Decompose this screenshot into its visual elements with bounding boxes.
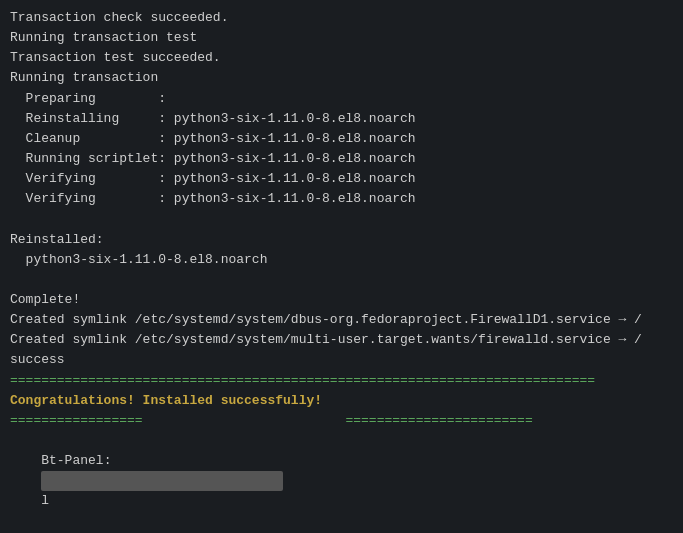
line-sep1: ========================================… bbox=[10, 371, 673, 391]
line-scriptlet: Running scriptlet: python3-six-1.11.0-8.… bbox=[10, 149, 673, 169]
line-empty2 bbox=[10, 270, 673, 290]
btpanel-label: Bt-Panel: bbox=[41, 453, 119, 468]
line-reinstalled-pkg: python3-six-1.11.0-8.el8.noarch bbox=[10, 250, 673, 270]
line-success: success bbox=[10, 350, 673, 370]
line-empty1 bbox=[10, 209, 673, 229]
line-running-test: Running transaction test bbox=[10, 28, 673, 48]
line-symlink2: Created symlink /etc/systemd/system/mult… bbox=[10, 330, 673, 350]
line-test-succeeded: Transaction test succeeded. bbox=[10, 48, 673, 68]
terminal-window: Transaction check succeeded. Running tra… bbox=[0, 0, 683, 533]
line-symlink1: Created symlink /etc/systemd/system/dbus… bbox=[10, 310, 673, 330]
line-verifying2: Verifying : python3-six-1.11.0-8.el8.noa… bbox=[10, 189, 673, 209]
line-complete: Complete! bbox=[10, 290, 673, 310]
line-cleanup: Cleanup : python3-six-1.11.0-8.el8.noarc… bbox=[10, 129, 673, 149]
line-verifying1: Verifying : python3-six-1.11.0-8.el8.noa… bbox=[10, 169, 673, 189]
line-reinstalling: Reinstalling : python3-six-1.11.0-8.el8.… bbox=[10, 109, 673, 129]
line-reinstalled: Reinstalled: bbox=[10, 230, 673, 250]
btpanel-value-blurred bbox=[41, 471, 283, 491]
line-btpanel: Bt-Panel: l bbox=[10, 431, 673, 532]
btpanel-suffix: l bbox=[41, 493, 49, 508]
line-running-transaction: Running transaction bbox=[10, 68, 673, 88]
line-congrats: Congratulations! Installed successfully! bbox=[10, 391, 673, 411]
line-check-succeeded: Transaction check succeeded. bbox=[10, 8, 673, 28]
line-preparing: Preparing : bbox=[10, 89, 673, 109]
line-sep2: ================= ======================… bbox=[10, 411, 673, 431]
